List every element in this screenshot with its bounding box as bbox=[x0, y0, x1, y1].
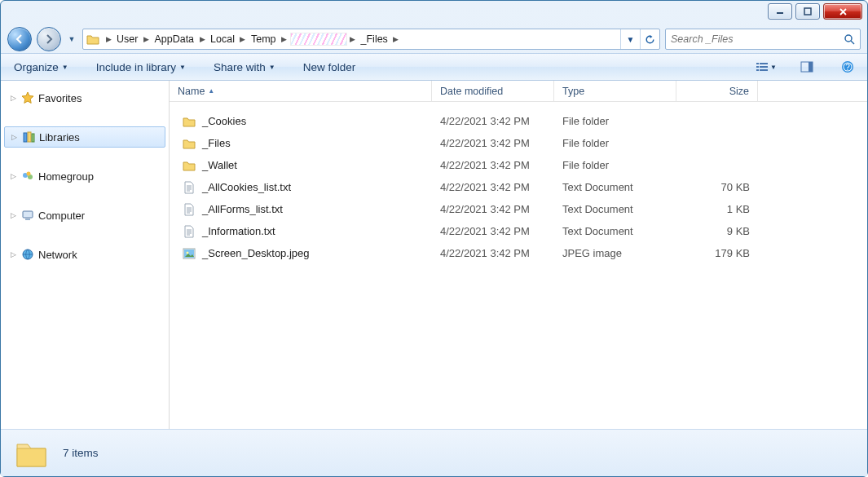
file-size: 9 KB bbox=[676, 225, 758, 237]
file-size: 179 KB bbox=[676, 247, 758, 259]
nav-network[interactable]: ▷Network bbox=[1, 244, 169, 265]
view-options-button[interactable]: ▼ bbox=[755, 58, 778, 76]
expand-icon[interactable]: ▷ bbox=[9, 172, 17, 180]
crumb-chevron-icon[interactable]: ▶ bbox=[237, 29, 249, 49]
search-icon[interactable] bbox=[844, 33, 855, 45]
svg-text:?: ? bbox=[845, 63, 850, 72]
nav-computer[interactable]: ▷Computer bbox=[1, 205, 169, 226]
computer-icon bbox=[21, 209, 34, 222]
organize-button[interactable]: Organize▼ bbox=[9, 59, 73, 76]
crumb-item[interactable]: AppData bbox=[152, 29, 196, 49]
col-spacer bbox=[758, 81, 867, 101]
col-type[interactable]: Type bbox=[554, 81, 676, 101]
svg-rect-15 bbox=[24, 133, 27, 142]
share-with-button[interactable]: Share with▼ bbox=[209, 59, 280, 76]
homegroup-icon bbox=[21, 170, 34, 183]
maximize-button[interactable] bbox=[795, 3, 820, 20]
file-date: 4/22/2021 3:42 PM bbox=[432, 181, 554, 193]
col-name[interactable]: Name▲ bbox=[170, 81, 432, 101]
file-type: Text Document bbox=[554, 203, 676, 215]
file-name: _Screen_Desktop.jpeg bbox=[202, 247, 310, 259]
folder-icon bbox=[183, 115, 196, 128]
crumb-item[interactable]: _Files bbox=[359, 29, 390, 49]
expand-icon[interactable]: ▷ bbox=[9, 250, 17, 258]
file-name: _Information.txt bbox=[202, 225, 275, 237]
svg-rect-1 bbox=[804, 8, 811, 15]
col-date[interactable]: Date modified bbox=[432, 81, 554, 101]
file-row[interactable]: _AllCookies_list.txt4/22/2021 3:42 PMTex… bbox=[170, 176, 867, 198]
forward-button[interactable] bbox=[37, 27, 61, 51]
crumb-redacted[interactable] bbox=[290, 33, 347, 46]
address-dropdown[interactable]: ▼ bbox=[620, 29, 640, 49]
file-date: 4/22/2021 3:42 PM bbox=[432, 115, 554, 127]
nav-libraries[interactable]: ▷Libraries bbox=[4, 126, 165, 148]
expand-icon[interactable]: ▷ bbox=[10, 133, 18, 141]
minimize-button[interactable] bbox=[768, 3, 792, 20]
file-type: File folder bbox=[554, 137, 676, 149]
nav-bar: ▼ ▶User▶AppData▶Local▶Temp▶▶_Files▶ ▼ bbox=[1, 25, 867, 53]
history-dropdown[interactable]: ▼ bbox=[66, 30, 77, 48]
file-date: 4/22/2021 3:42 PM bbox=[432, 203, 554, 215]
crumb-item[interactable]: Local bbox=[208, 29, 237, 49]
file-name: _Cookies bbox=[202, 115, 246, 127]
nav-tree: ▷Favorites ▷Libraries ▷Homegroup ▷Comput… bbox=[1, 81, 170, 429]
folder-icon bbox=[183, 137, 196, 150]
file-row[interactable]: _AllForms_list.txt4/22/2021 3:42 PMText … bbox=[170, 198, 867, 220]
txt-icon bbox=[183, 181, 196, 194]
file-row[interactable]: _Files4/22/2021 3:42 PMFile folder bbox=[170, 132, 867, 154]
crumb-chevron-icon[interactable]: ▶ bbox=[103, 29, 114, 49]
txt-icon bbox=[183, 225, 196, 238]
search-box[interactable] bbox=[665, 29, 861, 50]
file-list: _Cookies4/22/2021 3:42 PMFile folder_Fil… bbox=[170, 102, 867, 429]
file-row[interactable]: _Screen_Desktop.jpeg4/22/2021 3:42 PMJPE… bbox=[170, 242, 867, 264]
crumb-chevron-icon[interactable]: ▶ bbox=[279, 29, 290, 49]
svg-rect-21 bbox=[23, 211, 33, 218]
file-size: 70 KB bbox=[676, 181, 758, 193]
toolbar: Organize▼ Include in library▼ Share with… bbox=[1, 53, 867, 81]
close-button[interactable] bbox=[823, 3, 862, 20]
star-icon bbox=[21, 91, 34, 104]
file-date: 4/22/2021 3:42 PM bbox=[432, 159, 554, 171]
folder-icon bbox=[83, 33, 103, 45]
file-name: _Files bbox=[202, 137, 231, 149]
crumb-item[interactable]: Temp bbox=[249, 29, 279, 49]
svg-rect-7 bbox=[756, 69, 759, 71]
svg-rect-4 bbox=[760, 63, 768, 64]
file-date: 4/22/2021 3:42 PM bbox=[432, 137, 554, 149]
back-button[interactable] bbox=[7, 27, 32, 51]
svg-rect-8 bbox=[760, 69, 768, 71]
crumb-chevron-icon[interactable]: ▶ bbox=[140, 29, 152, 49]
file-type: File folder bbox=[554, 159, 676, 171]
explorer-window: ▼ ▶User▶AppData▶Local▶Temp▶▶_Files▶ ▼ Or… bbox=[0, 0, 868, 477]
refresh-button[interactable] bbox=[640, 29, 659, 49]
expand-icon[interactable]: ▷ bbox=[9, 211, 17, 219]
expand-icon[interactable]: ▷ bbox=[9, 94, 17, 102]
crumb-chevron-icon[interactable]: ▶ bbox=[390, 29, 402, 49]
help-button[interactable]: ? bbox=[836, 58, 859, 76]
file-type: JPEG image bbox=[554, 247, 676, 259]
txt-icon bbox=[183, 203, 196, 216]
crumb-chevron-icon[interactable]: ▶ bbox=[347, 29, 359, 49]
network-icon bbox=[21, 248, 34, 261]
file-row[interactable]: _Cookies4/22/2021 3:42 PMFile folder bbox=[170, 110, 867, 132]
svg-rect-16 bbox=[28, 132, 31, 142]
crumb-item[interactable]: User bbox=[114, 29, 140, 49]
file-name: _AllForms_list.txt bbox=[202, 203, 283, 215]
nav-favorites[interactable]: ▷Favorites bbox=[1, 87, 169, 108]
file-size: 1 KB bbox=[676, 203, 758, 215]
preview-pane-button[interactable] bbox=[795, 58, 818, 76]
libraries-icon bbox=[22, 130, 35, 144]
file-row[interactable]: _Information.txt4/22/2021 3:42 PMText Do… bbox=[170, 220, 867, 242]
col-size[interactable]: Size bbox=[676, 81, 758, 101]
search-input[interactable] bbox=[671, 33, 844, 45]
breadcrumb: ▶User▶AppData▶Local▶Temp▶▶_Files▶ bbox=[103, 29, 620, 49]
svg-point-20 bbox=[27, 172, 31, 176]
nav-homegroup[interactable]: ▷Homegroup bbox=[1, 166, 169, 187]
address-bar[interactable]: ▶User▶AppData▶Local▶Temp▶▶_Files▶ ▼ bbox=[82, 29, 660, 50]
crumb-chevron-icon[interactable]: ▶ bbox=[196, 29, 208, 49]
svg-rect-10 bbox=[809, 62, 813, 72]
file-row[interactable]: _Wallet4/22/2021 3:42 PMFile folder bbox=[170, 154, 867, 176]
status-bar: 7 items bbox=[1, 429, 867, 476]
new-folder-button[interactable]: New folder bbox=[298, 59, 361, 76]
include-library-button[interactable]: Include in library▼ bbox=[91, 59, 191, 76]
